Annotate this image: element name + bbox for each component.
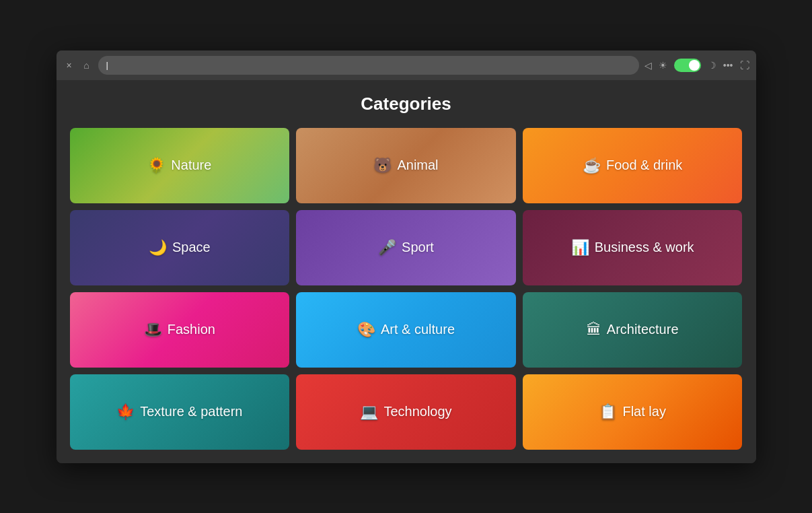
page-title: Categories bbox=[70, 94, 743, 114]
toolbar-right: ◁ ☀ ☽ ••• ⛶ bbox=[644, 59, 749, 72]
category-label-business: 📊Business & work bbox=[571, 239, 694, 256]
category-card-texture[interactable]: 🍁Texture & pattern bbox=[70, 374, 290, 450]
category-emoji-nature: 🌻 bbox=[147, 157, 165, 174]
category-emoji-food: ☕ bbox=[583, 157, 601, 174]
back-icon[interactable]: ◁ bbox=[644, 60, 652, 71]
sun-icon[interactable]: ☀ bbox=[659, 60, 667, 71]
category-card-architecture[interactable]: 🏛Architecture bbox=[523, 292, 743, 368]
category-emoji-business: 📊 bbox=[571, 239, 589, 256]
category-label-sport: 🎤Sport bbox=[378, 239, 434, 256]
category-card-nature[interactable]: 🌻Nature bbox=[70, 128, 290, 203]
browser-toolbar: × ⌂ ◁ ☀ ☽ ••• ⛶ bbox=[57, 50, 756, 80]
category-text-nature: Nature bbox=[171, 158, 211, 173]
category-emoji-fashion: 🎩 bbox=[144, 321, 162, 339]
category-card-food[interactable]: ☕Food & drink bbox=[523, 128, 743, 203]
more-button[interactable]: ••• bbox=[723, 60, 733, 71]
category-card-sport[interactable]: 🎤Sport bbox=[296, 210, 516, 285]
dark-mode-toggle[interactable] bbox=[674, 59, 701, 72]
category-emoji-texture: 🍁 bbox=[116, 403, 135, 421]
category-card-business[interactable]: 📊Business & work bbox=[523, 210, 743, 285]
search-input[interactable] bbox=[98, 56, 639, 75]
category-text-business: Business & work bbox=[595, 240, 694, 255]
category-emoji-technology: 💻 bbox=[360, 403, 378, 421]
home-button[interactable]: ⌂ bbox=[81, 59, 93, 71]
category-text-sport: Sport bbox=[402, 240, 434, 255]
moon-icon[interactable]: ☽ bbox=[708, 60, 716, 71]
category-card-space[interactable]: 🌙Space bbox=[70, 210, 290, 285]
category-emoji-animal: 🐻 bbox=[373, 157, 392, 174]
category-label-food: ☕Food & drink bbox=[583, 157, 682, 174]
category-emoji-sport: 🎤 bbox=[378, 239, 396, 256]
category-emoji-art: 🎨 bbox=[357, 321, 375, 339]
close-button[interactable]: × bbox=[63, 59, 75, 71]
category-card-art[interactable]: 🎨Art & culture bbox=[296, 292, 516, 368]
category-text-architecture: Architecture bbox=[607, 322, 679, 337]
category-label-technology: 💻Technology bbox=[360, 403, 451, 421]
category-text-technology: Technology bbox=[383, 404, 451, 419]
category-card-technology[interactable]: 💻Technology bbox=[296, 374, 516, 450]
category-emoji-architecture: 🏛 bbox=[587, 321, 601, 339]
category-text-animal: Animal bbox=[397, 158, 438, 173]
category-label-nature: 🌻Nature bbox=[147, 157, 211, 174]
category-label-texture: 🍁Texture & pattern bbox=[116, 403, 242, 421]
category-label-space: 🌙Space bbox=[149, 239, 211, 256]
browser-content: Categories 🌻Nature🐻Animal☕Food & drink🌙S… bbox=[57, 80, 756, 463]
category-text-space: Space bbox=[172, 240, 211, 255]
category-emoji-space: 🌙 bbox=[149, 239, 167, 256]
category-card-flatlay[interactable]: 📋Flat lay bbox=[523, 374, 743, 450]
category-card-fashion[interactable]: 🎩Fashion bbox=[70, 292, 290, 368]
category-label-animal: 🐻Animal bbox=[373, 157, 438, 174]
categories-grid: 🌻Nature🐻Animal☕Food & drink🌙Space🎤Sport📊… bbox=[70, 128, 743, 450]
category-label-fashion: 🎩Fashion bbox=[144, 321, 215, 339]
category-label-art: 🎨Art & culture bbox=[357, 321, 455, 339]
fullscreen-button[interactable]: ⛶ bbox=[740, 60, 749, 71]
category-emoji-flatlay: 📋 bbox=[599, 403, 617, 421]
category-label-flatlay: 📋Flat lay bbox=[599, 403, 665, 421]
category-text-flatlay: Flat lay bbox=[622, 404, 665, 419]
category-text-food: Food & drink bbox=[606, 158, 682, 173]
browser-window: × ⌂ ◁ ☀ ☽ ••• ⛶ Categories 🌻Nature🐻Anima… bbox=[57, 50, 756, 463]
category-text-texture: Texture & pattern bbox=[140, 404, 242, 419]
category-text-art: Art & culture bbox=[381, 322, 455, 337]
category-card-animal[interactable]: 🐻Animal bbox=[296, 128, 516, 203]
category-label-architecture: 🏛Architecture bbox=[587, 321, 679, 339]
category-text-fashion: Fashion bbox=[168, 322, 215, 337]
